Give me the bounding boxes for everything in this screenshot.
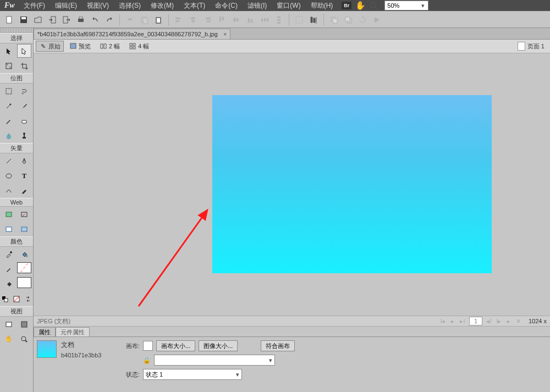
scale-tool-icon[interactable] xyxy=(2,59,16,73)
align-panel-icon[interactable] xyxy=(307,14,320,26)
menu-file[interactable]: 文件(F) xyxy=(19,0,50,12)
viewmode-preview[interactable]: 预览 xyxy=(66,41,94,52)
subselect-tool-icon[interactable] xyxy=(17,44,31,58)
canvas-color-swatch[interactable] xyxy=(143,341,153,351)
brush-tool-icon[interactable] xyxy=(17,99,31,113)
default-colors-icon[interactable] xyxy=(0,292,10,306)
back-icon[interactable]: ◂I xyxy=(486,318,492,325)
paste-icon[interactable] xyxy=(152,14,164,26)
menu-modify[interactable]: 修改(M) xyxy=(146,0,178,12)
status-bar: JPEG (文档) I◂ ▸ ▸I 1 ◂I I▸ ▸ ✕ 1024 x xyxy=(34,316,550,327)
stamp-tool-icon[interactable] xyxy=(17,129,31,142)
lock-icon[interactable]: 🔒 xyxy=(143,357,151,364)
hotspot-tool-icon[interactable] xyxy=(2,207,16,221)
next-page-icon[interactable]: ▸I xyxy=(459,318,466,325)
no-color-icon[interactable] xyxy=(12,292,22,306)
text-tool-icon[interactable]: T xyxy=(17,169,31,183)
blur-tool-icon[interactable] xyxy=(2,129,16,142)
page-indicator[interactable]: 页面 1 xyxy=(518,42,548,51)
zoom-icon[interactable] xyxy=(369,1,378,10)
open-icon[interactable] xyxy=(32,14,44,26)
svg-rect-24 xyxy=(222,18,224,20)
wand-tool-icon[interactable] xyxy=(2,99,16,113)
svg-rect-5 xyxy=(51,16,56,23)
crop-tool-icon[interactable] xyxy=(17,59,31,73)
menu-text[interactable]: 文本(T) xyxy=(179,0,210,12)
tool-section-colors: 颜色 xyxy=(0,236,33,247)
hand-tool2-icon[interactable]: ✋ xyxy=(2,332,16,346)
tab-element-properties[interactable]: 元件属性 xyxy=(56,327,90,336)
prev-page-icon[interactable]: ▸ xyxy=(449,318,456,325)
tab-properties[interactable]: 属性 xyxy=(34,327,56,336)
freeform-tool-icon[interactable] xyxy=(2,184,16,197)
canvas-viewport[interactable] xyxy=(34,53,550,316)
viewmode-4up[interactable]: 4 幅 xyxy=(125,41,152,52)
swap-colors-icon[interactable] xyxy=(23,292,33,306)
stroke-swatch[interactable] xyxy=(17,262,31,273)
lasso-tool-icon[interactable] xyxy=(17,84,31,98)
eraser-tool-icon[interactable] xyxy=(17,114,31,128)
tool-section-bitmap: 位图 xyxy=(0,73,33,84)
align-right-icon xyxy=(201,14,213,26)
fwd2-icon[interactable]: ▸ xyxy=(505,318,512,325)
view-mode-bar: ✎原始 预览 2 幅 4 幅 页面 1 xyxy=(34,40,550,53)
svg-rect-70 xyxy=(130,47,132,49)
group-icon xyxy=(293,14,305,26)
fwd-icon[interactable]: I▸ xyxy=(496,318,502,325)
menu-select[interactable]: 选择(S) xyxy=(114,0,145,12)
pointer-tool-icon[interactable] xyxy=(2,44,16,58)
fullscreen-mode-icon[interactable] xyxy=(17,317,31,331)
export-icon[interactable] xyxy=(61,14,73,26)
panel-grip[interactable] xyxy=(0,28,33,33)
redo-icon[interactable] xyxy=(103,14,116,26)
bridge-icon[interactable]: Br xyxy=(342,2,351,9)
marquee-tool-icon[interactable] xyxy=(2,84,16,98)
main-toolbar: ✂ xyxy=(0,11,550,28)
resolution-dropdown[interactable]: ▾ xyxy=(154,355,275,366)
bring-front-icon xyxy=(328,14,340,26)
pen-tool-icon[interactable] xyxy=(17,154,31,168)
image-size-button[interactable]: 图像大小... xyxy=(199,340,238,351)
slice-tool-icon[interactable] xyxy=(17,207,31,221)
menu-edit[interactable]: 编辑(E) xyxy=(51,0,81,12)
fit-canvas-button[interactable]: 符合画布 xyxy=(261,340,295,351)
menu-window[interactable]: 窗口(W) xyxy=(272,0,305,12)
knife-tool-icon[interactable] xyxy=(17,184,31,197)
save-icon[interactable] xyxy=(18,14,30,26)
undo-icon[interactable] xyxy=(89,14,101,26)
close-status-icon[interactable]: ✕ xyxy=(515,318,522,325)
shape-tool-icon[interactable] xyxy=(2,169,16,183)
new-file-icon[interactable] xyxy=(3,14,15,26)
pencil-tool-icon[interactable] xyxy=(2,114,16,128)
menu-command[interactable]: 命令(C) xyxy=(211,0,242,12)
status-page-number[interactable]: 1 xyxy=(469,317,482,325)
state-dropdown[interactable]: 状态 1▾ xyxy=(143,369,242,380)
document-tab[interactable]: *b401b71e3bb3af69873214f93859a2ee_003403… xyxy=(34,29,230,39)
import-icon[interactable] xyxy=(46,14,58,26)
svg-rect-18 xyxy=(191,20,195,22)
menu-filter[interactable]: 滤镜(I) xyxy=(243,0,271,12)
bucket-tool-icon[interactable] xyxy=(17,247,31,261)
close-icon[interactable]: × xyxy=(223,31,227,37)
toolbar-separator xyxy=(119,14,120,26)
document-filename: b401b71e3bb3 xyxy=(61,352,113,358)
menu-help[interactable]: 帮助(H) xyxy=(306,0,338,12)
menu-view[interactable]: 视图(V) xyxy=(82,0,113,12)
canvas-size-button[interactable]: 画布大小... xyxy=(156,340,195,351)
eyedropper-tool-icon[interactable] xyxy=(2,247,16,261)
zoom-tool2-icon[interactable] xyxy=(17,332,31,346)
viewmode-original[interactable]: ✎原始 xyxy=(36,41,64,52)
svg-rect-21 xyxy=(207,20,210,22)
screen-mode-icon[interactable] xyxy=(2,317,16,331)
zoom-level-dropdown[interactable]: 50% ▾ xyxy=(384,1,428,10)
hand-tool-icon[interactable]: ✋ xyxy=(356,1,365,10)
show-slices-icon[interactable] xyxy=(17,222,31,236)
hide-slices-icon[interactable] xyxy=(2,222,16,236)
tool-section-web: Web xyxy=(0,198,33,207)
line-tool-icon[interactable] xyxy=(2,154,16,168)
first-page-icon[interactable]: I◂ xyxy=(439,318,446,325)
viewmode-2up[interactable]: 2 幅 xyxy=(96,41,123,52)
print-icon[interactable] xyxy=(75,14,87,26)
svg-rect-61 xyxy=(6,322,12,327)
fill-swatch[interactable] xyxy=(17,277,31,288)
